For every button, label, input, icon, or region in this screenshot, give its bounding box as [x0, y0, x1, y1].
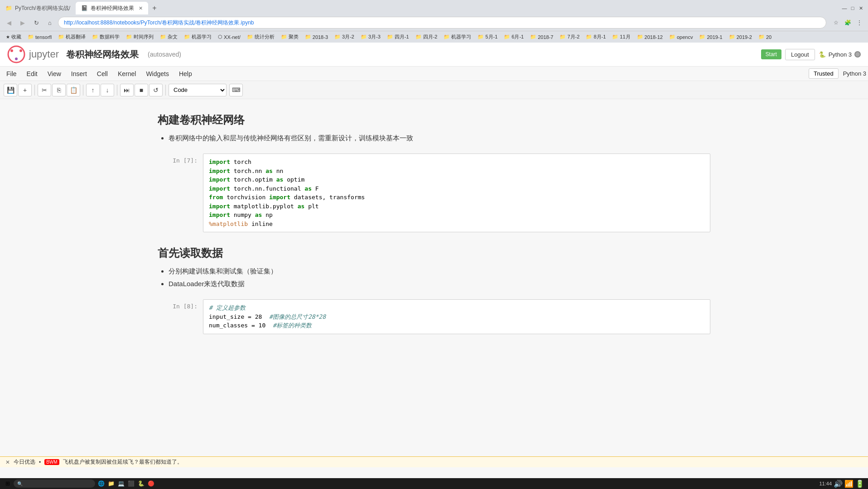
menu-edit[interactable]: Edit	[22, 68, 42, 79]
jupyter-logo: jupyter	[7, 45, 59, 63]
bookmark-timeseries[interactable]: 📁 时间序列	[124, 33, 156, 41]
taskbar-item-terminal[interactable]: ⬛	[127, 479, 135, 488]
tab-active[interactable]: 📓 卷积神经网络效果 ✕	[76, 2, 148, 14]
bookmark-translate[interactable]: 📁 机器翻译	[56, 33, 88, 41]
add-cell-button[interactable]: +	[18, 84, 32, 96]
bookmark-2019-2[interactable]: 📁 2019-2	[727, 33, 754, 41]
notif-close-btn[interactable]: ✕	[5, 459, 10, 465]
home-button[interactable]: ⌂	[44, 17, 55, 28]
bookmark-2018-7[interactable]: 📁 2018-7	[528, 33, 555, 41]
notif-toggle[interactable]: 今日优选	[14, 458, 35, 466]
bookmark-april2[interactable]: 📁 四月-2	[413, 33, 440, 41]
move-up-button[interactable]: ↑	[86, 84, 100, 96]
python-indicator: 🐍 Python 3	[819, 51, 861, 58]
jupyter-logo-text: jupyter	[29, 48, 59, 60]
code-area-8[interactable]: # 定义超参数 input_size = 28 #图像的总尺寸28*28 num…	[203, 299, 710, 334]
forward-button[interactable]: ▶	[17, 17, 28, 28]
jupyter-toolbar: 💾 + ✂ ⎘ 📋 ↑ ↓ ⏭ ■ ↺ Code Markdown Raw NB…	[0, 81, 868, 99]
bookmark-nov[interactable]: 📁 11月	[610, 33, 632, 41]
section-heading-2: 首先读取数据	[158, 246, 710, 260]
taskbar-item-browser[interactable]: 🌐	[97, 479, 105, 488]
cell-prompt-7: In [7]:	[158, 153, 203, 232]
kernel-name-label: Python 3	[829, 51, 852, 58]
taskbar-item-app[interactable]: 🔴	[147, 479, 155, 488]
notebook-title[interactable]: 卷积神经网络效果	[66, 48, 139, 61]
toolbar-separator4	[165, 85, 166, 96]
tab-inactive[interactable]: 📁 PyTorch/卷积网络实战/	[0, 2, 76, 14]
trusted-button[interactable]: Trusted	[809, 68, 839, 79]
bwm-indicator: BWM	[44, 459, 59, 465]
bookmark-jul2[interactable]: 📁 7月-2	[557, 33, 582, 41]
bookmark-aug1[interactable]: 📁 8月-1	[583, 33, 608, 41]
logout-button[interactable]: Logout	[785, 49, 815, 60]
menu-help[interactable]: Help	[174, 68, 197, 79]
kernel-display-name: Python 3	[843, 70, 866, 77]
menu-cell[interactable]: Cell	[92, 68, 112, 79]
move-down-button[interactable]: ↓	[101, 84, 114, 96]
toolbar-separator3	[117, 85, 117, 96]
bookmark-shoucan[interactable]: ★ 收藏	[4, 33, 24, 41]
bookmark-xxnet[interactable]: ⬡ XX-net/	[216, 33, 243, 41]
keyboard-shortcuts-button[interactable]: ⌨	[229, 84, 243, 96]
bookmark-label: 收藏	[11, 34, 21, 40]
bookmark-star-icon[interactable]: ☆	[831, 18, 841, 28]
bookmark-stat[interactable]: 📁 统计分析	[245, 33, 277, 41]
menu-view[interactable]: View	[43, 68, 66, 79]
tab1-favicon: 📁	[5, 5, 12, 11]
bookmark-zawen[interactable]: 📁 杂文	[158, 33, 180, 41]
battery-icon: 🔋	[855, 479, 864, 488]
bookmark-folder-icon: 📁	[28, 34, 34, 40]
bookmark-2018-12[interactable]: 📁 2018-12	[635, 33, 665, 41]
cell-content-8[interactable]: # 定义超参数 input_size = 28 #图像的总尺寸28*28 num…	[203, 299, 710, 334]
menu-insert[interactable]: Insert	[67, 68, 92, 79]
bookmark-april1[interactable]: 📁 四月-1	[385, 33, 411, 41]
stop-button[interactable]: ■	[135, 84, 148, 96]
menu-widgets[interactable]: Widgets	[141, 68, 174, 79]
bookmark-2019-1[interactable]: 📁 2019-1	[697, 33, 724, 41]
code-area-7[interactable]: import torch import torch.nn as nn impor…	[203, 153, 710, 232]
restart-button[interactable]: ↺	[149, 84, 163, 96]
bookmark-tensorfl[interactable]: 📁 tensorfl	[25, 33, 54, 41]
bookmark-may1[interactable]: 📁 5月-1	[475, 33, 500, 41]
copy-button[interactable]: ⎘	[52, 84, 66, 96]
network-icon[interactable]: 📶	[844, 479, 854, 488]
taskbar-item-folder[interactable]: 📁	[107, 479, 115, 488]
bookmark-march3[interactable]: 📁 3月-3	[358, 33, 383, 41]
taskbar-item-vscode[interactable]: 💻	[117, 479, 125, 488]
jupyter-logo-icon	[7, 45, 25, 63]
cell-type-select[interactable]: Code Markdown Raw NBConvert Heading	[169, 84, 227, 96]
address-bar[interactable]: http://localhost:8888/notebooks/PyTorch/…	[58, 17, 826, 29]
volume-icon[interactable]: 🔊	[834, 479, 843, 488]
maximize-button[interactable]: □	[849, 5, 856, 12]
skip-to-end-button[interactable]: ⏭	[120, 84, 134, 96]
minimize-button[interactable]: —	[841, 5, 848, 12]
menu-file[interactable]: File	[2, 68, 21, 79]
save-button[interactable]: 💾	[4, 84, 17, 96]
settings-icon[interactable]: ⋮	[854, 18, 864, 28]
start-menu-icon[interactable]: ⊞	[4, 479, 12, 488]
cell-prompt-8: In [8]:	[158, 299, 203, 334]
menu-kernel[interactable]: Kernel	[113, 68, 140, 79]
close-button[interactable]: ✕	[857, 5, 864, 12]
bookmark-2018-3[interactable]: 📁 2018-3	[303, 33, 330, 41]
extension-icon[interactable]: 🧩	[843, 18, 853, 28]
tab2-close[interactable]: ✕	[139, 5, 143, 11]
svg-point-1	[10, 49, 13, 52]
bookmark-cluster[interactable]: 📁 聚类	[279, 33, 301, 41]
paste-button[interactable]: 📋	[67, 84, 80, 96]
bookmark-20[interactable]: 📁 20	[756, 33, 774, 41]
cut-button[interactable]: ✂	[38, 84, 51, 96]
back-button[interactable]: ◀	[4, 17, 14, 28]
bookmark-ml[interactable]: 📁 机器学习	[182, 33, 214, 41]
refresh-button[interactable]: ↻	[31, 17, 42, 28]
bookmark-ml2[interactable]: 📁 机器学习	[441, 33, 473, 41]
bookmark-opencv[interactable]: 📁 opencv	[667, 33, 695, 41]
bookmark-data-science[interactable]: 📁 数据科学	[90, 33, 122, 41]
bookmark-march2[interactable]: 📁 3月-2	[332, 33, 357, 41]
cell-content-7[interactable]: import torch import torch.nn as nn impor…	[203, 153, 710, 232]
bookmark-jun1[interactable]: 📁 6月-1	[502, 33, 526, 41]
new-tab-button[interactable]: +	[148, 2, 161, 14]
taskbar-item-python[interactable]: 🐍	[137, 479, 145, 488]
taskbar-search[interactable]: 🔍	[14, 479, 95, 488]
start-button[interactable]: Start	[761, 49, 781, 59]
